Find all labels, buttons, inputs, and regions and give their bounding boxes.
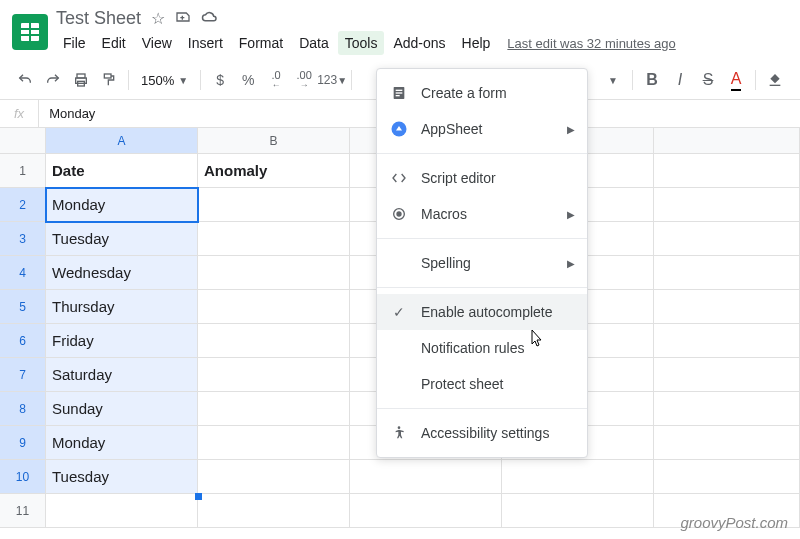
check-icon: ✓ — [389, 302, 409, 322]
svg-rect-8 — [770, 85, 781, 86]
appsheet-icon — [389, 119, 409, 139]
move-icon[interactable] — [175, 9, 191, 29]
paint-format-icon[interactable] — [96, 67, 122, 93]
fx-label: fx — [0, 100, 39, 127]
row-header-5[interactable]: 5 — [0, 290, 46, 324]
tools-protect[interactable]: Protect sheet — [377, 366, 587, 402]
strike-button[interactable]: S — [695, 67, 721, 93]
submenu-arrow-icon: ▶ — [567, 209, 575, 220]
row-header-10[interactable]: 10 — [0, 460, 46, 494]
tools-notification[interactable]: Notification rules — [377, 330, 587, 366]
cell-a6[interactable]: Friday — [46, 324, 198, 358]
formula-input[interactable]: Monday — [39, 106, 105, 121]
svg-rect-7 — [104, 74, 111, 78]
fill-color-button[interactable] — [762, 67, 788, 93]
undo-icon[interactable] — [12, 67, 38, 93]
cell-a1[interactable]: Date — [46, 154, 198, 188]
row-header-9[interactable]: 9 — [0, 426, 46, 460]
cell-b2[interactable] — [198, 188, 350, 222]
cell-e1[interactable] — [654, 154, 800, 188]
menu-help[interactable]: Help — [455, 31, 498, 55]
decrease-decimal-button[interactable]: .0← — [263, 67, 289, 93]
tools-create-form[interactable]: Create a form — [377, 75, 587, 111]
mouse-cursor — [526, 328, 546, 355]
tools-accessibility[interactable]: Accessibility settings — [377, 415, 587, 451]
sheets-logo[interactable] — [12, 14, 48, 50]
row-header-2[interactable]: 2 — [0, 188, 46, 222]
script-icon — [389, 168, 409, 188]
svg-rect-12 — [396, 95, 400, 96]
cell-a7[interactable]: Saturday — [46, 358, 198, 392]
menubar: File Edit View Insert Format Data Tools … — [56, 31, 676, 55]
increase-decimal-button[interactable]: .00→ — [291, 67, 317, 93]
submenu-arrow-icon: ▶ — [567, 258, 575, 269]
col-header-b[interactable]: B — [198, 128, 350, 154]
last-edit-link[interactable]: Last edit was 32 minutes ago — [507, 36, 675, 51]
cell-a2[interactable]: Monday — [46, 188, 198, 222]
bold-button[interactable]: B — [639, 67, 665, 93]
menu-insert[interactable]: Insert — [181, 31, 230, 55]
percent-button[interactable]: % — [235, 67, 261, 93]
row-header-1[interactable]: 1 — [0, 154, 46, 188]
selection-handle[interactable] — [195, 493, 202, 500]
menu-data[interactable]: Data — [292, 31, 336, 55]
row-header-8[interactable]: 8 — [0, 392, 46, 426]
tools-appsheet[interactable]: AppSheet ▶ — [377, 111, 587, 147]
cloud-icon[interactable] — [201, 10, 219, 28]
row-header-6[interactable]: 6 — [0, 324, 46, 358]
svg-rect-11 — [396, 92, 403, 93]
doc-title[interactable]: Test Sheet — [56, 8, 141, 29]
cell-a9[interactable]: Monday — [46, 426, 198, 460]
select-all-corner[interactable] — [0, 128, 46, 154]
cell-a11[interactable] — [46, 494, 198, 528]
row-header-11[interactable]: 11 — [0, 494, 46, 528]
italic-button[interactable]: I — [667, 67, 693, 93]
menu-edit[interactable]: Edit — [95, 31, 133, 55]
font-size-button[interactable]: ▼ — [600, 67, 626, 93]
row-header-3[interactable]: 3 — [0, 222, 46, 256]
cell-a8[interactable]: Sunday — [46, 392, 198, 426]
macros-icon — [389, 204, 409, 224]
cell-a4[interactable]: Wednesday — [46, 256, 198, 290]
row-header-4[interactable]: 4 — [0, 256, 46, 290]
redo-icon[interactable] — [40, 67, 66, 93]
number-format-button[interactable]: 123▼ — [319, 67, 345, 93]
menu-view[interactable]: View — [135, 31, 179, 55]
accessibility-icon — [389, 423, 409, 443]
cell-b1[interactable]: Anomaly — [198, 154, 350, 188]
watermark: groovyPost.com — [680, 514, 788, 531]
star-icon[interactable]: ☆ — [151, 9, 165, 28]
cell-a10[interactable]: Tuesday — [46, 460, 198, 494]
menu-format[interactable]: Format — [232, 31, 290, 55]
tools-dropdown: Create a form AppSheet ▶ Script editor M… — [376, 68, 588, 458]
menu-file[interactable]: File — [56, 31, 93, 55]
cell-a3[interactable]: Tuesday — [46, 222, 198, 256]
tools-macros[interactable]: Macros ▶ — [377, 196, 587, 232]
svg-point-16 — [398, 426, 401, 429]
svg-point-15 — [397, 212, 401, 216]
zoom-select[interactable]: 150%▼ — [135, 73, 194, 88]
row-header-7[interactable]: 7 — [0, 358, 46, 392]
tools-spelling[interactable]: Spelling ▶ — [377, 245, 587, 281]
text-color-button[interactable]: A — [723, 67, 749, 93]
col-header-e[interactable] — [654, 128, 800, 154]
tools-autocomplete[interactable]: ✓ Enable autocomplete — [377, 294, 587, 330]
col-header-a[interactable]: A — [46, 128, 198, 154]
print-icon[interactable] — [68, 67, 94, 93]
menu-tools[interactable]: Tools — [338, 31, 385, 55]
currency-button[interactable]: $ — [207, 67, 233, 93]
cell-a5[interactable]: Thursday — [46, 290, 198, 324]
form-icon — [389, 83, 409, 103]
svg-rect-10 — [396, 90, 403, 91]
submenu-arrow-icon: ▶ — [567, 124, 575, 135]
menu-addons[interactable]: Add-ons — [386, 31, 452, 55]
tools-script-editor[interactable]: Script editor — [377, 160, 587, 196]
